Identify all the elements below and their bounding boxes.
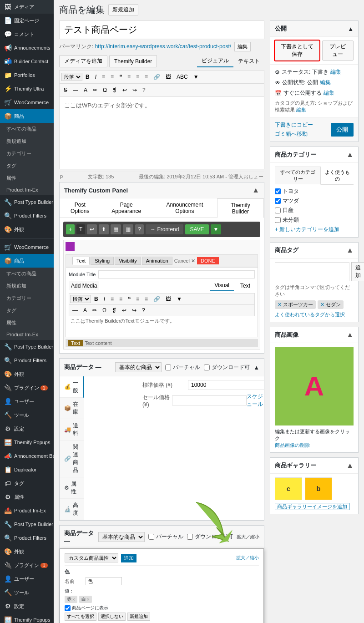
permalink-url[interactable]: http://interim.easy-wordpress.work/car/t… (95, 43, 231, 50)
product-gallery-toggle[interactable]: ▲ (346, 461, 354, 470)
cat-checkbox-toyota[interactable] (275, 188, 281, 194)
color-new-add[interactable]: 新規追加 (127, 613, 150, 621)
abc-button[interactable]: ABC (174, 72, 190, 81)
nav-inventory[interactable]: 📦 在庫 (60, 398, 84, 419)
module-tab-styling[interactable]: Styling (91, 257, 114, 265)
mod-blockquote[interactable]: ❝ (126, 294, 133, 304)
sidebar-item-pages[interactable]: 📄 固定ページ (0, 14, 54, 27)
italic-button[interactable]: I (93, 72, 99, 81)
align-left-button[interactable]: ≡ (125, 72, 133, 81)
module-tab-animation[interactable]: Animation (142, 257, 172, 265)
sidebar-item-post-type-builder[interactable]: 🔧 Post Type Builder (0, 195, 54, 209)
publish-toggle[interactable]: ▲ (348, 25, 354, 32)
color-select-none[interactable]: 選択しない (98, 613, 126, 621)
new-button[interactable]: 新規追加 (108, 4, 138, 15)
mod-redo[interactable]: ↪ (130, 306, 139, 315)
mod-image[interactable]: 🖼 (163, 294, 173, 304)
downloadable-checkbox[interactable] (204, 365, 210, 370)
product-image-preview[interactable]: A (275, 347, 354, 425)
image-button[interactable]: 🖼 (163, 72, 173, 81)
tab-page-appearance[interactable]: Page Appearance (101, 198, 152, 218)
mod-paragraph-select[interactable]: 段落 (70, 295, 91, 303)
sidebar-item-portfolios[interactable]: 📁 Portfolios (0, 68, 54, 82)
attr-type-select[interactable]: カスタム商品属性 (65, 553, 118, 562)
add-category-link[interactable]: + 新しいカテゴリーを追加 (275, 226, 339, 233)
sidebar-item-tools[interactable]: 🔨 ツール (0, 408, 54, 422)
sidebar-sub-product-imex-2[interactable]: Product Im-Ex (0, 329, 54, 340)
status-edit-link[interactable]: 編集 (330, 68, 341, 76)
add-media-button[interactable]: メディアを追加 (59, 55, 107, 67)
mod-italic[interactable]: I (101, 294, 107, 304)
mod-omega[interactable]: Ω (100, 306, 109, 315)
builder-frontend-button[interactable]: → Frontend (146, 224, 183, 234)
popular-tags-link[interactable]: よく使われているタグから選択 (275, 312, 345, 317)
strikethrough-button[interactable]: S̶ (61, 86, 70, 95)
mod-hr[interactable]: — (70, 306, 80, 315)
cat-checkbox-mazda[interactable] (275, 198, 281, 204)
sidebar-item-comments[interactable]: 💬 コメント (0, 27, 54, 41)
sidebar-item-product-filters-2[interactable]: 🔍 Product Filters (0, 354, 54, 367)
mod-link[interactable]: 🔗 (151, 294, 162, 304)
module-tab-text[interactable]: Text (72, 257, 90, 265)
sidebar-item-tags-2[interactable]: 🏷 タグ (0, 476, 54, 490)
mod-edit[interactable]: ✏ (90, 306, 99, 315)
schedule-link[interactable]: スケジュール (247, 393, 264, 408)
categories-header[interactable]: 商品カテゴリー ▲ (270, 147, 358, 163)
product-type-select-2[interactable]: 基本的な商品 (98, 532, 145, 542)
mod-undo[interactable]: ↩ (120, 306, 129, 315)
mod-indent[interactable]: ❡ (110, 306, 119, 315)
mod-ul[interactable]: ≡ (108, 294, 116, 304)
visual-tab[interactable]: ビジュアル (197, 55, 233, 67)
ul-button[interactable]: ≡ (100, 72, 107, 81)
special-char-button[interactable]: Ω (101, 86, 109, 95)
sidebar-item-add-new[interactable]: 新規追加 (0, 135, 54, 147)
mod-bold[interactable]: B (92, 294, 101, 304)
categories-toggle[interactable]: ▲ (346, 151, 354, 159)
sidebar-item-plugins-nav[interactable]: 🔌 プラグイン 1 (0, 558, 54, 572)
gallery-add-link[interactable]: 商品ギャラリーイメージを追加 (275, 503, 349, 510)
sidebar-item-attributes[interactable]: 属性 (0, 172, 54, 184)
builder-save-button[interactable]: SAVE (185, 224, 208, 234)
product-image-header[interactable]: 商品画像 ▲ (270, 327, 358, 343)
mod-help[interactable]: ? (140, 306, 147, 315)
module-done-button[interactable]: DONE (197, 257, 219, 264)
nav-general[interactable]: 💰 一般 (60, 376, 84, 398)
ol-button[interactable]: ≡ (108, 72, 116, 81)
builder-text-button[interactable]: T (76, 224, 85, 234)
move-trash-link[interactable]: ゴミ箱へ移動 (275, 130, 313, 138)
tags-toggle[interactable]: ▲ (346, 246, 354, 254)
color-show-checkbox[interactable] (65, 605, 71, 611)
mod-add-media[interactable]: Add Media (69, 281, 99, 290)
align-center-button[interactable]: ≡ (134, 72, 142, 81)
publish-on-edit-link[interactable]: 編集 (324, 89, 334, 97)
virtual-checkbox-2[interactable] (148, 534, 154, 540)
preview-button[interactable]: プレビュー (322, 41, 354, 61)
nav-linked-products[interactable]: 🔗 関連商品 (60, 441, 84, 477)
permalink-edit-button[interactable]: 編集 (234, 42, 251, 51)
hr-button[interactable]: — (71, 86, 81, 95)
sidebar-item-categories[interactable]: カテゴリー (0, 147, 54, 160)
blockquote-button[interactable]: ❝ (117, 72, 124, 81)
virtual-checkbox[interactable] (165, 365, 171, 370)
themify-builder-button[interactable]: Themify Builder (109, 55, 157, 67)
sidebar-item-users[interactable]: 👤 ユーザー (0, 395, 54, 408)
sidebar-item-appearance-2[interactable]: 🎨 外観 (0, 367, 54, 381)
help-button[interactable]: ? (140, 86, 148, 95)
sidebar-item-announcements[interactable]: 📢 Announcements (0, 41, 54, 55)
save-draft-button[interactable]: 下書きとして保存 (275, 41, 319, 61)
sidebar-item-announcement-bar[interactable]: 📣 Announcement Bar (0, 449, 54, 463)
cat-checkbox-nissan[interactable] (275, 208, 281, 213)
post-title-input[interactable] (59, 20, 264, 39)
catalog-edit-link[interactable]: 編集 (296, 107, 306, 112)
sidebar-item-settings-nav[interactable]: ⚙ 設定 (0, 599, 54, 613)
sidebar-item-themify-ultra[interactable]: ⚡ Themify Ultra (0, 82, 54, 96)
module-tab-visibility[interactable]: Visibility (115, 257, 141, 265)
mod-color[interactable]: A (81, 306, 89, 315)
editor-area[interactable]: ここはWPのエディタ部分です。 (59, 96, 264, 169)
sidebar-item-plugins[interactable]: 🔌 プラグイン 1 (0, 381, 54, 395)
cat-tab-popular[interactable]: よく使うもの (321, 167, 354, 184)
paste-text-button[interactable]: ✏ (91, 86, 100, 95)
sidebar-item-tools-nav[interactable]: 🔨 ツール (0, 586, 54, 599)
themify-panel-toggle[interactable]: ▲ (252, 186, 259, 194)
sidebar-item-duplicator[interactable]: 📋 Duplicator (0, 463, 54, 476)
